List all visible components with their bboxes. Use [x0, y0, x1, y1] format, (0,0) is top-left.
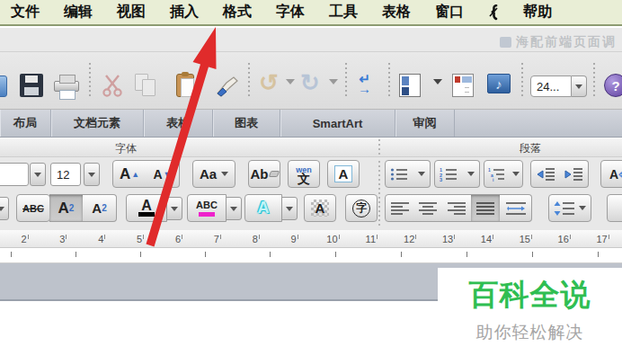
borders-button-partial[interactable] [607, 194, 622, 222]
font-size-dropdown[interactable] [84, 163, 100, 186]
text-direction-button[interactable]: A ⇦ [600, 160, 622, 188]
tab-layout[interactable]: 布局 [0, 110, 51, 137]
media-browser-button[interactable]: ♪ [487, 74, 511, 93]
text-effects-button[interactable]: A [244, 194, 282, 222]
enclose-characters-button[interactable]: 字 [345, 194, 378, 222]
highlight-dropdown[interactable] [226, 197, 242, 220]
copy-button[interactable] [135, 74, 158, 97]
menu-font[interactable]: 字体 [276, 3, 305, 22]
font-size-field[interactable]: 12 [50, 163, 81, 186]
undo-icon: ↺ [259, 74, 279, 92]
align-left-button[interactable] [385, 194, 414, 222]
justify-button[interactable] [471, 194, 501, 222]
paste-button[interactable] [176, 74, 194, 97]
scissors-icon [101, 74, 124, 97]
show-formatting-button[interactable]: ↵→ [358, 74, 371, 93]
font-color-dropdown[interactable] [166, 197, 182, 220]
ruler-number: 4 [83, 230, 121, 247]
text-effects-dropdown[interactable] [281, 197, 298, 220]
eraser-icon [268, 171, 280, 177]
undo-dropdown[interactable] [286, 84, 295, 101]
tab-charts[interactable]: 图表 [213, 110, 280, 137]
save-button[interactable] [20, 74, 43, 97]
grow-font-button[interactable]: A▲ [112, 160, 147, 188]
subscript-button[interactable]: A2 [83, 194, 117, 222]
zoom-combo[interactable]: 24... [530, 75, 587, 97]
decrease-indent-button[interactable] [530, 160, 560, 188]
redo-button[interactable]: ↻ [300, 74, 320, 92]
standard-toolbar: ↺ ↻ ↵→ ♪ 24... ? [0, 52, 622, 110]
redo-dropdown[interactable] [329, 84, 338, 101]
phonetic-guide-button[interactable]: wen 文 [288, 160, 320, 188]
view-dropdown[interactable] [433, 84, 442, 101]
copy-icon [135, 74, 158, 97]
bullets-button[interactable] [385, 160, 413, 188]
undo-button[interactable]: ↺ [259, 74, 279, 92]
font-name-dropdown[interactable] [30, 163, 46, 186]
print-button[interactable] [54, 74, 79, 92]
bullets-dropdown[interactable] [413, 160, 431, 188]
ruler-tick-strip[interactable] [0, 248, 622, 263]
justify-icon [475, 201, 495, 216]
help-button[interactable]: ? [604, 74, 622, 97]
paragraph-group-label: 段落 [520, 141, 541, 156]
format-painter-button[interactable] [214, 74, 241, 99]
ruler-numbers-strip[interactable]: 2 3 4 5 6 7 8 9 10 11 12 13 14 15 16 17 [0, 230, 622, 248]
document-elements-button[interactable] [452, 74, 474, 97]
formatting-marks-icon: ↵→ [358, 74, 371, 93]
document-elements-icon [452, 74, 474, 97]
character-border-button[interactable]: A [327, 160, 360, 188]
character-shading-button[interactable]: A [304, 194, 336, 222]
cut-button[interactable] [101, 74, 124, 97]
numbering-icon: 123 [440, 167, 458, 182]
ruler-number: 13 [430, 230, 468, 247]
ruler-number: 7 [198, 230, 236, 247]
menu-insert[interactable]: 插入 [170, 3, 199, 22]
toolbar-separator [388, 63, 390, 99]
numbering-button[interactable]: 123 [434, 160, 463, 188]
script-menu-icon[interactable] [488, 4, 499, 21]
align-center-button[interactable] [413, 194, 443, 222]
view-layout-button[interactable] [399, 74, 421, 97]
ruler-number: 8 [236, 230, 275, 247]
open-icon[interactable] [0, 75, 7, 97]
increase-indent-button[interactable] [559, 160, 589, 188]
align-right-button[interactable] [442, 194, 472, 222]
tab-smartart[interactable]: SmartArt [280, 110, 395, 137]
font-group-label: 字体 [115, 141, 137, 156]
strikethrough-button[interactable]: ABC [16, 194, 50, 222]
view-layout-icon [399, 74, 421, 97]
distributed-button[interactable] [500, 194, 532, 222]
clear-formatting-button[interactable]: Ab [248, 160, 280, 188]
font-color-button[interactable]: A [126, 194, 167, 222]
font-name-field[interactable] [0, 163, 29, 186]
menu-view[interactable]: 视图 [117, 3, 146, 22]
zoom-dropdown[interactable] [572, 75, 587, 97]
tab-document-elements[interactable]: 文档元素 [51, 110, 144, 137]
underline-dropdown[interactable] [0, 197, 9, 220]
zoom-value[interactable]: 24... [530, 75, 572, 97]
document-icon [500, 37, 511, 48]
menu-table[interactable]: 表格 [382, 3, 411, 22]
menu-format[interactable]: 格式 [223, 3, 252, 22]
change-case-button[interactable]: Aa [192, 160, 235, 188]
menu-edit[interactable]: 编辑 [64, 3, 93, 22]
superscript-button[interactable]: A2 [49, 194, 84, 222]
menu-help[interactable]: 帮助 [523, 3, 552, 22]
toolbar-separator [593, 63, 595, 99]
group-divider [378, 161, 380, 227]
group-header-strip: 字体 段落 [0, 138, 622, 157]
multilevel-list-button[interactable]: 1ai [484, 160, 523, 188]
tab-tables[interactable]: 表格 [144, 110, 213, 137]
toolbar-separator [248, 63, 250, 99]
highlight-button[interactable]: ABC [187, 194, 227, 222]
redo-icon: ↻ [300, 74, 320, 92]
menu-tools[interactable]: 工具 [329, 3, 358, 22]
line-spacing-button[interactable] [548, 194, 591, 222]
menu-window[interactable]: 窗口 [435, 3, 464, 22]
menu-file[interactable]: 文件 [11, 3, 40, 22]
shrink-font-button[interactable]: A▼ [146, 160, 180, 188]
numbering-dropdown[interactable] [462, 160, 480, 188]
ruler-number: 12 [391, 230, 430, 247]
tab-review[interactable]: 审阅 [395, 110, 455, 137]
